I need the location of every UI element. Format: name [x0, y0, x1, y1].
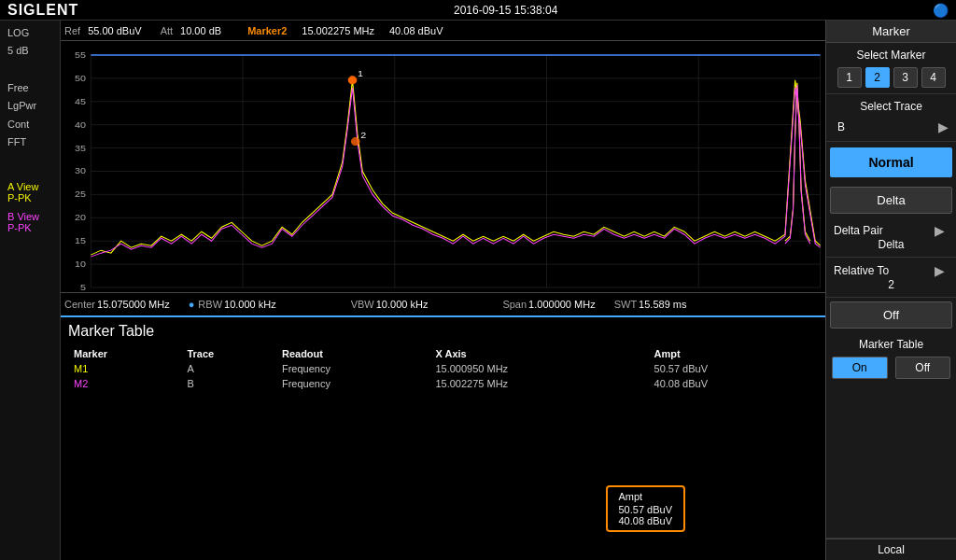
chart-svg: 55 50 45 40 35 30 25 20 15 10 5 [61, 41, 825, 292]
marker-table-title: Marker Table [68, 323, 818, 340]
col-readout: Readout [278, 347, 430, 360]
center-value: 15.075000 MHz [97, 299, 170, 310]
b-ppk-label: P-PK [7, 222, 52, 233]
col-trace: Trace [183, 347, 276, 360]
relative-to-value: 2 [830, 278, 952, 291]
marker-btn-1[interactable]: 1 [837, 67, 862, 88]
span-value: 1.000000 MHz [528, 299, 596, 310]
swt-group: SWT 15.589 ms [614, 299, 687, 310]
swt-label: SWT [614, 299, 637, 310]
m2-ampt: 40.08 dBuV [651, 377, 816, 390]
select-trace-label: Select Trace [830, 100, 952, 113]
info-bar: Ref 55.00 dBuV Att 10.00 dB Marker2 15.0… [61, 21, 825, 41]
local-label: Local [826, 539, 956, 560]
svg-text:35: 35 [75, 143, 86, 153]
marker-btn-4[interactable]: 4 [921, 67, 946, 88]
a-view-group: A View P-PK [0, 179, 60, 205]
marker-table-section: Marker Table On Off [826, 332, 956, 539]
svg-text:40: 40 [75, 119, 86, 130]
left-sidebar: LOG 5 dB Free LgPwr Cont FFT A View P-PK… [0, 21, 61, 560]
vbw-value: 10.000 kHz [376, 299, 429, 310]
svg-point-29 [348, 77, 357, 84]
ampt-val-1: 50.57 dBuV [619, 504, 673, 515]
rbw-label: RBW [198, 299, 222, 310]
chart-container: 55 50 45 40 35 30 25 20 15 10 5 [61, 41, 825, 293]
logo: SIGLENT [7, 2, 78, 19]
svg-text:1: 1 [358, 68, 363, 78]
m2-readout: Frequency [278, 377, 430, 390]
svg-text:15: 15 [75, 236, 86, 246]
svg-text:5: 5 [80, 282, 86, 292]
svg-text:25: 25 [75, 189, 86, 200]
trace-value: B [830, 119, 852, 135]
cont-label: Cont [0, 116, 60, 133]
span-label: Span [502, 299, 527, 310]
rbw-group: ● RBW 10.000 kHz [189, 299, 276, 310]
m2-marker: M2 [70, 377, 181, 390]
ampt-val-2: 40.08 dBuV [619, 515, 673, 526]
a-ppk-label: P-PK [7, 192, 52, 203]
m1-xaxis: 15.000950 MHz [431, 362, 648, 375]
delta-button[interactable]: Delta [830, 187, 952, 214]
att-label: Att [161, 25, 173, 36]
span-group: Span 1.000000 MHz [502, 299, 595, 310]
m2-xaxis: 15.002275 MHz [431, 377, 648, 390]
ref-value: 55.00 dBuV [88, 25, 142, 36]
delta-pair-row: Delta Pair ▶ [830, 223, 952, 238]
m2-trace: B [183, 377, 276, 390]
select-marker-buttons: 1 2 3 4 [830, 67, 952, 88]
lgpwr-label: LgPwr [0, 97, 60, 115]
marker-row-1: M1 A Frequency 15.000950 MHz 50.57 dBuV [70, 362, 816, 375]
svg-text:10: 10 [75, 259, 86, 269]
svg-text:20: 20 [75, 213, 86, 223]
delta-pair-label: Delta Pair [834, 224, 883, 237]
col-xaxis: X Axis [431, 347, 648, 360]
svg-text:45: 45 [75, 96, 86, 106]
marker-table-section-label: Marker Table [830, 338, 952, 351]
swt-value: 15.589 ms [639, 299, 686, 310]
vbw-label: VBW [351, 299, 374, 310]
ampt-box: Ampt 50.57 dBuV 40.08 dBuV [606, 485, 686, 532]
panel-title: Marker [826, 21, 956, 43]
select-marker-label: Select Marker [830, 49, 952, 62]
off-button[interactable]: Off [830, 301, 952, 329]
marker-btn-3[interactable]: 3 [893, 67, 918, 88]
log-label: LOG [0, 24, 60, 42]
svg-text:30: 30 [75, 166, 86, 176]
usb-icon: 🔵 [933, 3, 949, 18]
marker-freq: 15.002275 MHz [302, 25, 374, 36]
b-view-group: B View P-PK [0, 209, 60, 235]
fft-label: FFT [0, 133, 60, 151]
toggle-on-button[interactable]: On [832, 357, 888, 379]
svg-point-31 [351, 138, 359, 146]
relative-to-row: Relative To ▶ [830, 263, 952, 278]
marker-btn-2[interactable]: 2 [865, 67, 890, 88]
m1-readout: Frequency [278, 362, 430, 375]
a-view-label: A View [7, 181, 52, 192]
trace-arrow-icon[interactable]: ▶ [935, 119, 952, 134]
delta-pair-section: Delta Pair ▶ Delta [826, 217, 956, 258]
col-marker: Marker [70, 347, 181, 360]
ref-label: Ref [64, 25, 80, 36]
att-value: 10.00 dB [180, 25, 221, 36]
relative-to-arrow-icon[interactable]: ▶ [931, 263, 949, 278]
svg-text:2: 2 [360, 130, 366, 140]
rbw-value: 10.000 kHz [224, 299, 276, 310]
m1-ampt: 50.57 dBuV [651, 362, 816, 375]
normal-button[interactable]: Normal [830, 147, 952, 177]
relative-to-section: Relative To ▶ 2 [826, 258, 956, 298]
chart-wrap: 55 50 45 40 35 30 25 20 15 10 5 [61, 41, 825, 293]
center-label: Center [64, 299, 95, 310]
delta-pair-value: Delta [830, 238, 952, 251]
svg-text:50: 50 [75, 73, 86, 83]
datetime: 2016-09-15 15:38:04 [454, 4, 557, 17]
select-trace-section: Select Trace B ▶ [826, 94, 956, 142]
ampt-box-title: Ampt [619, 491, 673, 502]
center-group: Center 15.075000 MHz [64, 299, 170, 310]
bottom-info: Center 15.075000 MHz ● RBW 10.000 kHz VB… [61, 293, 825, 317]
delta-pair-arrow-icon[interactable]: ▶ [931, 223, 949, 238]
toggle-off-button[interactable]: Off [895, 357, 951, 379]
relative-to-label: Relative To [834, 264, 889, 277]
right-panel: Marker Select Marker 1 2 3 4 Select Trac… [825, 21, 956, 560]
col-ampt: Ampt [651, 347, 816, 360]
